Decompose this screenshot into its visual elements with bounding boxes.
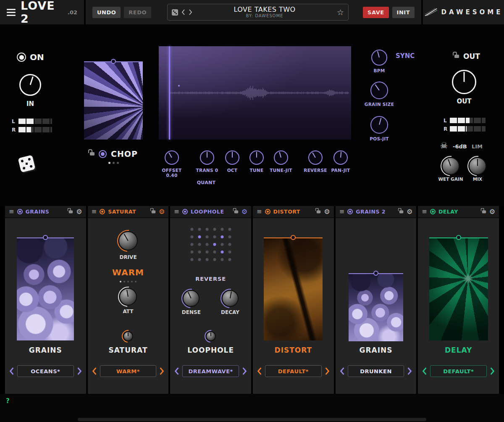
grid-dot[interactable] — [190, 251, 193, 253]
random-preset-dice-icon[interactable] — [172, 9, 178, 16]
input-gain-knob[interactable] — [19, 74, 41, 96]
reverse-knob[interactable] — [308, 150, 323, 165]
next-module-preset-icon[interactable] — [325, 367, 330, 375]
prev-module-preset-icon[interactable] — [257, 367, 262, 375]
preset-browser[interactable]: LOVE TAKES TWO BY: DAWESOME ☆ — [167, 4, 349, 21]
chop-lock-icon[interactable] — [90, 152, 94, 156]
power-toggle[interactable] — [17, 53, 26, 62]
grid-dot[interactable] — [228, 228, 231, 231]
module-menu-icon[interactable]: ≡ — [9, 208, 14, 215]
output-gain-knob[interactable] — [452, 70, 476, 94]
module-lock-icon[interactable] — [152, 210, 155, 213]
decay-knob[interactable] — [222, 290, 239, 307]
grid-dot[interactable] — [220, 235, 223, 238]
module-menu-icon[interactable]: ≡ — [339, 208, 345, 215]
saturat-mode-dots[interactable] — [120, 281, 136, 282]
module-preset-select[interactable]: DRUNKEN — [348, 365, 404, 377]
module-menu-icon[interactable]: ≡ — [174, 208, 179, 215]
grid-dot[interactable] — [220, 251, 223, 253]
menu-icon[interactable] — [7, 9, 16, 16]
module-lock-icon[interactable] — [399, 210, 403, 213]
init-button[interactable]: INIT — [392, 7, 415, 18]
grid-dot[interactable] — [213, 243, 216, 246]
grid-dot[interactable] — [220, 228, 223, 231]
module-menu-icon[interactable]: ≡ — [422, 208, 427, 215]
grid-dot[interactable] — [198, 228, 201, 231]
next-module-preset-icon[interactable] — [159, 367, 164, 375]
prev-module-preset-icon[interactable] — [174, 367, 179, 375]
module-lock-icon[interactable] — [234, 210, 238, 213]
help-button[interactable]: ? — [6, 397, 10, 405]
limiter-skull-icon[interactable]: ☠ — [440, 140, 448, 150]
grains-slider-handle[interactable] — [43, 235, 48, 240]
grains-2-slider-handle[interactable] — [373, 271, 378, 276]
module-gear-icon[interactable]: ⚙ — [76, 208, 82, 215]
next-module-preset-icon[interactable] — [490, 367, 495, 375]
module-gear-icon[interactable]: ⚙ — [489, 208, 495, 215]
chop-slider-handle[interactable] — [111, 59, 116, 64]
bottom-scrollbar[interactable] — [78, 418, 426, 421]
distort-slider-handle[interactable] — [291, 235, 296, 240]
grain-size-knob[interactable] — [370, 82, 388, 99]
prev-module-preset-icon[interactable] — [9, 367, 14, 375]
chop-page-dots[interactable] — [108, 162, 119, 164]
loophole-mix-knob[interactable] — [206, 331, 216, 341]
undo-button[interactable]: UNDO — [92, 7, 121, 18]
module-enable-toggle[interactable] — [430, 209, 436, 214]
grid-dot[interactable] — [213, 228, 216, 231]
prev-module-preset-icon[interactable] — [422, 367, 427, 375]
module-preset-select[interactable]: DREAMWAVE* — [182, 365, 239, 377]
loophole-reverse-label[interactable]: REVERSE — [170, 276, 251, 282]
oct-knob[interactable] — [225, 150, 239, 165]
module-enable-toggle[interactable] — [347, 209, 353, 214]
out-lock-icon[interactable] — [454, 55, 459, 58]
grid-dot[interactable] — [205, 251, 208, 253]
grid-dot[interactable] — [205, 243, 208, 246]
grid-dot[interactable] — [213, 235, 216, 238]
randomize-dice-icon[interactable] — [18, 155, 35, 172]
previous-preset-icon[interactable] — [181, 9, 185, 15]
grid-dot[interactable] — [213, 251, 216, 253]
module-gear-icon[interactable]: ⚙ — [242, 208, 247, 215]
module-enable-toggle[interactable] — [265, 209, 270, 214]
tune-knob[interactable] — [249, 150, 264, 165]
module-preset-select[interactable]: OCEANS* — [17, 365, 74, 377]
grid-dot[interactable] — [190, 243, 193, 246]
grid-dot[interactable] — [228, 235, 231, 238]
grid-dot[interactable] — [213, 258, 216, 261]
prev-module-preset-icon[interactable] — [340, 367, 345, 375]
grid-dot[interactable] — [198, 243, 201, 246]
playhead-marker[interactable] — [169, 46, 170, 140]
grid-dot[interactable] — [205, 258, 208, 261]
grid-dot[interactable] — [220, 258, 223, 261]
limiter-label[interactable]: LIM — [472, 143, 483, 150]
save-button[interactable]: SAVE — [363, 7, 388, 18]
next-module-preset-icon[interactable] — [407, 367, 412, 375]
tune-jit-knob[interactable] — [274, 150, 288, 165]
grid-dot[interactable] — [198, 235, 201, 238]
mix-knob[interactable] — [469, 157, 486, 175]
grid-dot[interactable] — [190, 235, 193, 238]
module-lock-icon[interactable] — [69, 210, 73, 213]
grid-dot[interactable] — [228, 258, 231, 261]
grid-dot[interactable] — [228, 243, 231, 246]
module-enable-toggle[interactable] — [100, 209, 105, 214]
module-gear-icon[interactable]: ⚙ — [407, 208, 412, 215]
module-menu-icon[interactable]: ≡ — [257, 208, 262, 215]
drive-knob[interactable] — [118, 231, 138, 251]
att-knob[interactable] — [119, 288, 137, 306]
module-lock-icon[interactable] — [317, 210, 320, 213]
saturat-mix-knob[interactable] — [123, 331, 133, 341]
grid-dot[interactable] — [228, 251, 231, 253]
prev-module-preset-icon[interactable] — [92, 367, 97, 375]
grid-dot[interactable] — [198, 251, 201, 253]
wet-gain-knob[interactable] — [442, 157, 459, 175]
favorite-star-icon[interactable]: ☆ — [337, 8, 344, 17]
module-preset-select[interactable]: DEFAULT* — [430, 365, 487, 377]
module-gear-icon[interactable]: ⚙ — [324, 208, 330, 215]
sync-label[interactable]: SYNC — [396, 52, 421, 60]
next-module-preset-icon[interactable] — [242, 367, 247, 375]
redo-button[interactable]: REDO — [124, 7, 151, 18]
pos-jit-knob[interactable] — [370, 116, 388, 134]
module-lock-icon[interactable] — [482, 210, 486, 213]
